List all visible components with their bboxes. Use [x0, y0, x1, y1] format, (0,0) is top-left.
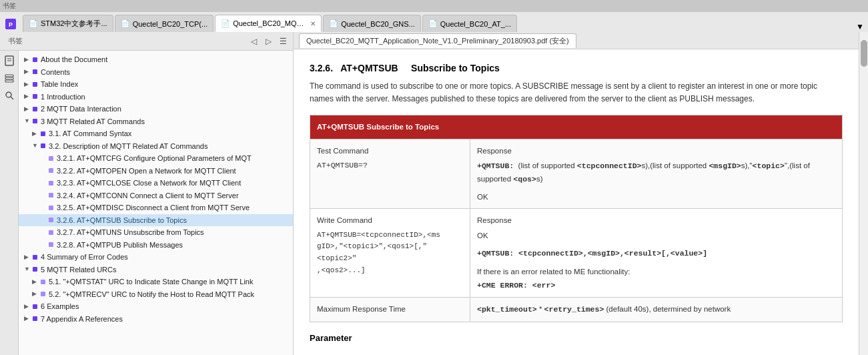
expand-icon[interactable]: ▶ — [24, 80, 31, 89]
cme-error: +CME ERROR: <err> — [477, 279, 835, 292]
expand-icon[interactable]: ▶ — [24, 55, 31, 65]
toc-bullet-icon — [41, 131, 45, 136]
toc-bullet-icon — [49, 181, 53, 186]
toc-item[interactable]: ▶4 Summary of Error Codes — [19, 251, 293, 264]
error-note: If there is an error related to ME funct… — [477, 266, 835, 278]
tab-mqtt[interactable]: 📄 Quectel_BC20_MQTT... ✕ — [215, 15, 322, 32]
toc-item-label: 3.1. AT Command Syntax — [49, 128, 131, 139]
toc-item[interactable]: ▶Table Index — [19, 78, 293, 91]
svg-rect-6 — [5, 77, 13, 79]
toc-item[interactable]: ▶7 Appendix A References — [19, 313, 293, 326]
toc-item[interactable]: ▶Contents — [19, 66, 293, 79]
toc-bullet-icon — [49, 206, 53, 210]
toc-bullet-icon — [33, 82, 37, 87]
svg-text:P: P — [9, 21, 13, 28]
scrollbar-thumb[interactable] — [861, 40, 867, 67]
toc-item[interactable]: ▶1 Introduction — [19, 91, 293, 103]
table-header: AT+QMTSUB Subscribe to Topics — [310, 115, 843, 139]
toc-item[interactable]: ▶6 Examples — [19, 300, 293, 313]
content-area: Quectel_BC20_MQTT_Application_Note_V1.0_… — [294, 32, 859, 355]
toc-item[interactable]: 3.2.8. AT+QMTPUB Publish Messages — [19, 239, 293, 252]
svg-point-8 — [6, 92, 11, 97]
expand-icon[interactable]: ▼ — [24, 117, 31, 126]
expand-icon[interactable]: ▶ — [24, 302, 31, 312]
response-value-2: +QMTSUB: <tcpconnectID>,<msgID>,<result>… — [477, 247, 835, 260]
toc-item-label: 5 MQTT Related URCs — [41, 264, 117, 276]
toolbar-btn-2[interactable]: ▷ — [262, 35, 274, 47]
tab-stm32[interactable]: 📄 STM32中文参考手... — [23, 15, 113, 32]
toc-item[interactable]: 3.2.7. AT+QMTUNS Unsubscribe from Topics — [19, 226, 293, 239]
toc-bullet-icon — [33, 107, 37, 111]
toc-item[interactable]: ▶5.2. "+QMTRECV" URC to Notify the Host … — [19, 288, 293, 301]
tab-gns[interactable]: 📄 Quectel_BC20_GNS... — [323, 15, 421, 32]
expand-icon[interactable]: ▶ — [32, 290, 39, 299]
parameter-title: Parameter — [310, 333, 843, 343]
pdf-tab-bar: Quectel_BC20_MQTT_Application_Note_V1.0_… — [294, 32, 859, 49]
toc-item[interactable]: 3.2.3. AT+QMTCLOSE Close a Network for M… — [19, 177, 293, 190]
scrollbar[interactable] — [859, 32, 868, 355]
section-description: The command is used to subscribe to one … — [310, 80, 843, 105]
expand-icon[interactable]: ▶ — [24, 105, 31, 114]
pdf-tab[interactable]: Quectel_BC20_MQTT_Application_Note_V1.0_… — [299, 33, 576, 48]
expand-icon[interactable]: ▶ — [24, 67, 31, 77]
toc-item-label: 1 Introduction — [41, 91, 85, 103]
toc-item-label: 3.2.7. AT+QMTUNS Unsubscribe from Topics — [57, 227, 204, 238]
toc-item-label: 3.2.2. AT+QMTOPEN Open a Network for MQT… — [57, 165, 236, 177]
toc-item-label: Table Index — [41, 79, 78, 90]
toc-item[interactable]: ▶2 MQTT Data Interaction — [19, 103, 293, 115]
toc-item[interactable]: 3.2.4. AT+QMTCONN Connect a Client to MQ… — [19, 190, 293, 202]
ok-label-2: OK — [477, 230, 835, 242]
toolbar-btn-1[interactable]: ◁ — [248, 35, 260, 47]
toc-item[interactable]: ▼5 MQTT Related URCs — [19, 264, 293, 276]
toc-item[interactable]: ▶3.1. AT Command Syntax — [19, 127, 293, 140]
cmd-write-value: AT+QMTSUB=<tcpconnectID>,<msgID>,"<topic… — [317, 230, 463, 276]
toc-item[interactable]: ▼3.2. Description of MQTT Related AT Com… — [19, 140, 293, 153]
tab-at[interactable]: 📄 Quectel_BC20_AT_... — [422, 15, 517, 32]
pdf-content: 3.2.6. AT+QMTSUB Subscribe to Topics The… — [294, 49, 859, 355]
toc-bullet-icon — [33, 119, 37, 123]
toc-item[interactable]: 3.2.5. AT+QMTDISC Disconnect a Client fr… — [19, 202, 293, 214]
toc-bullet-icon — [33, 57, 37, 62]
tab-close-icon[interactable]: ✕ — [310, 20, 316, 27]
label-write-cmd: Write Command — [317, 214, 463, 226]
tab-bar: P 📄 STM32中文参考手... 📄 Quectel_BC20_TCP(...… — [0, 12, 868, 32]
toc-item[interactable]: ▶5.1. "+QMTSTAT" URC to Indicate State C… — [19, 276, 293, 288]
toc-item-label: 4 Summary of Error Codes — [41, 252, 128, 263]
app-icon: P — [3, 16, 19, 32]
expand-icon[interactable]: ▶ — [32, 278, 39, 287]
label-max-time: Maximum Response Time — [317, 303, 463, 315]
tab-tcp[interactable]: 📄 Quectel_BC20_TCP(... — [115, 15, 214, 32]
ok-label-1: OK — [477, 191, 835, 203]
toc-item[interactable]: 3.2.2. AT+QMTOPEN Open a Network for MQT… — [19, 165, 293, 178]
toc-item[interactable]: 3.2.6. AT+QMTSUB Subscribe to Topics — [19, 214, 293, 227]
label-test-cmd: Test Command — [317, 145, 463, 157]
toc-bullet-icon — [49, 193, 53, 198]
at-command-table: AT+QMTSUB Subscribe to Topics Test Comma… — [310, 115, 843, 322]
table-row: Write Command AT+QMTSUB=<tcpconnectID>,<… — [310, 209, 843, 298]
toolbar-btn-3[interactable]: ☰ — [277, 35, 289, 47]
expand-icon[interactable]: ▼ — [32, 141, 39, 151]
cmd-test-value: AT+QMTSUB=? — [317, 159, 463, 171]
toc-bullet-icon — [49, 242, 53, 247]
layers-icon[interactable] — [2, 71, 17, 85]
bookmark-icon[interactable] — [2, 53, 17, 68]
expand-icon[interactable]: ▼ — [24, 265, 31, 274]
tab-menu-icon[interactable]: ▼ — [855, 21, 865, 32]
toc-item-label: 5.2. "+QMTRECV" URC to Notify the Host t… — [49, 289, 254, 300]
toc-item[interactable]: ▶About the Document — [19, 53, 293, 66]
toc-item[interactable]: ▼3 MQTT Related AT Commands — [19, 115, 293, 128]
search-sidebar-icon[interactable] — [2, 88, 17, 103]
expand-icon[interactable]: ▶ — [24, 92, 31, 101]
sidebar-icons — [0, 51, 19, 355]
expand-icon[interactable]: ▶ — [24, 314, 31, 324]
toc-bullet-icon — [41, 143, 45, 148]
toc-bullet-icon — [41, 292, 45, 296]
svg-rect-7 — [5, 80, 13, 82]
max-time-value: <pkt_timeout> * <retry_times> (default 4… — [477, 303, 835, 316]
toc-item[interactable]: 3.2.1. AT+QMTCFG Configure Optional Para… — [19, 152, 293, 165]
toc-item-label: 3.2.3. AT+QMTCLOSE Close a Network for M… — [57, 178, 241, 189]
toc-item-label: 7 Appendix A References — [41, 314, 123, 325]
expand-icon[interactable]: ▶ — [32, 129, 39, 139]
toc-item-label: About the Document — [41, 54, 107, 65]
expand-icon[interactable]: ▶ — [24, 253, 31, 262]
